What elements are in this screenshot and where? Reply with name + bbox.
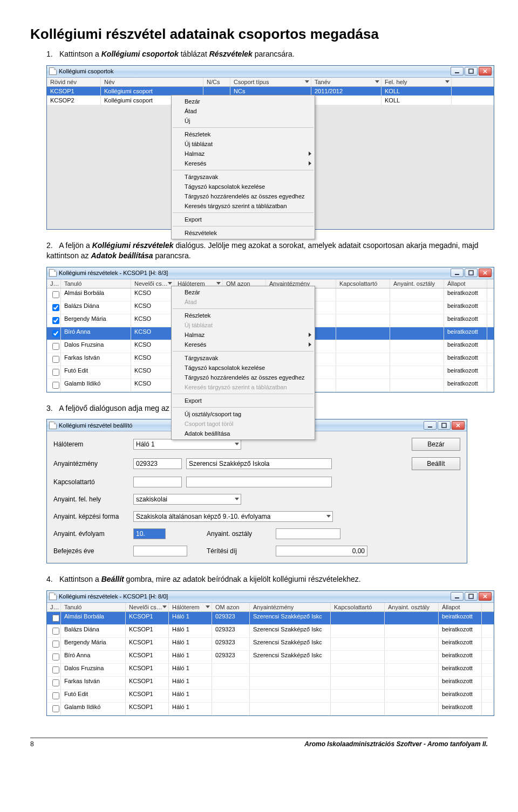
close-icon[interactable] [479,67,492,75]
input-anyaint-name[interactable]: Szerencsi Szakképző Iskola [186,458,332,469]
button-bezar[interactable]: Bezár [412,438,460,451]
menu-item[interactable]: Részletek [172,129,315,139]
maximize-icon[interactable] [438,421,451,430]
column-header[interactable]: OM azon [212,603,250,611]
titlebar[interactable]: Kollégiumi részvételek - KCSOP1 [H: 8/0] [47,591,494,603]
menu-item[interactable]: Tágyszó kapcsolatok kezelése [172,363,315,373]
close-icon[interactable] [479,592,492,601]
menu-item[interactable]: Export [172,215,315,224]
menu-item[interactable]: Adatok beállítása [172,429,315,438]
row-checkbox[interactable] [52,304,59,311]
combo-kepzesi[interactable]: Szakiskola általánosan képző 9.-10. évfo… [133,511,333,522]
titlebar[interactable]: Kollégiumi csoportok [47,66,494,78]
table-row[interactable]: Farkas IstvánKCSOP1Háló 1beiratkozott [47,677,494,690]
menu-item[interactable]: Tárgyszavak [172,172,315,182]
combo-felhely[interactable]: szakiskolai [133,494,241,505]
menu-item[interactable]: Tárgyszó hozzárendelés az összes egyedhe… [172,373,315,382]
column-header[interactable]: Jel [47,603,61,611]
row-checkbox[interactable] [52,679,59,686]
maximize-icon[interactable] [465,592,478,601]
row-checkbox[interactable] [52,317,59,324]
row-checkbox[interactable] [52,653,59,660]
column-header[interactable]: Nevelői csopo [131,279,174,288]
input-terites[interactable]: 0,00 [276,546,367,556]
combo-haloterem[interactable]: Háló 1 [133,439,241,450]
table-row[interactable]: Galamb IldikóKCSOP1Háló 1beiratkozott [47,703,494,715]
input-kapcs-2[interactable] [186,477,332,487]
chevron-right-icon [309,333,311,337]
menu-item[interactable]: Új [172,116,315,126]
table-row[interactable]: Dalos FruzsinaKCSOP1Háló 1beiratkozott [47,664,494,677]
table-row[interactable]: Almási BorbálaKCSOP1Háló 1029323Szerencs… [47,612,494,625]
input-befejezes[interactable] [133,546,187,556]
menu-item[interactable]: Bezár [172,287,315,297]
menu-item[interactable]: Új táblázat [172,139,315,149]
minimize-icon[interactable] [424,421,437,430]
input-evfolyam[interactable]: 10. [133,528,166,539]
input-osztaly[interactable] [276,528,340,539]
row-checkbox[interactable] [52,628,59,635]
menu-item[interactable]: Tágyszó kapcsolatok kezelése [172,182,315,191]
column-header[interactable]: Rövid név [47,78,101,86]
column-header[interactable]: Jel [47,279,61,288]
menu-item[interactable]: Keresés tárgyszó szerint a táblázatban [172,201,315,211]
column-header[interactable]: Nevelői csopo [126,603,169,611]
menu-item[interactable]: Keresés [172,340,315,349]
column-header[interactable]: Fel. hely [381,78,452,86]
column-header[interactable]: Tanuló [61,279,131,288]
table-row[interactable]: Futó EditKCSOP1Háló 1beiratkozott [47,690,494,703]
table-row[interactable]: Balázs DiánaKCSOP1Háló 1029323Szerencsi … [47,625,494,638]
context-menu[interactable]: BezárÁtadRészletekÚj táblázatHalmazKeres… [171,286,315,440]
column-header[interactable]: Hálóterem [169,603,212,611]
close-icon[interactable] [452,421,465,430]
menu-item[interactable]: Tárgyszavak [172,353,315,363]
menu-item[interactable]: Részvételek [172,228,315,238]
chevron-down-icon [168,282,172,285]
table-row[interactable]: Bíró AnnaKCSOP1Háló 1029323Szerencsi Sza… [47,651,494,664]
column-header[interactable]: Anyaintézmény [250,603,331,611]
input-anyaint-code[interactable]: 029323 [133,458,182,469]
row-checkbox[interactable] [52,641,59,648]
row-checkbox[interactable] [52,615,59,622]
menu-item[interactable]: Részletek [172,311,315,320]
menu-item[interactable]: Bezár [172,97,315,106]
row-checkbox[interactable] [52,356,59,363]
minimize-icon[interactable] [451,67,464,75]
close-icon[interactable] [479,269,492,277]
row-checkbox[interactable] [52,692,59,699]
titlebar[interactable]: Kollégiumi részvételek - KCSOP1 [H: 8/3] [47,267,494,279]
column-header[interactable]: Kapcsolattartó [336,279,390,288]
column-header[interactable]: Anyaint. osztály [385,603,439,611]
minimize-icon[interactable] [451,269,464,277]
row-checkbox[interactable] [52,382,59,389]
menu-item[interactable]: Átad [172,106,315,116]
maximize-icon[interactable] [465,67,478,75]
column-header[interactable]: Anyaint. osztály [390,279,444,288]
column-header[interactable]: Kapcsolattartó [331,603,385,611]
row-checkbox[interactable] [52,291,59,298]
minimize-icon[interactable] [451,592,464,601]
row-checkbox[interactable] [52,343,59,350]
row-checkbox[interactable] [52,369,59,376]
context-menu[interactable]: BezárÁtadÚjRészletekÚj táblázatHalmazKer… [171,95,315,239]
menu-item[interactable]: Új osztály/csoport tag [172,409,315,419]
menu-item[interactable]: Keresés [172,159,315,168]
row-checkbox[interactable] [52,666,59,673]
menu-item[interactable]: Halmaz [172,149,315,159]
menu-item[interactable]: Export [172,396,315,405]
menu-item[interactable]: Tárgyszó hozzárendelés az összes egyedhe… [172,191,315,201]
column-header[interactable]: Tanuló [61,603,126,611]
column-header[interactable]: Tanév [311,78,381,86]
column-header[interactable]: Állapot [444,279,487,288]
column-header[interactable]: Név [101,78,203,86]
row-checkbox[interactable] [52,330,59,337]
table-row[interactable]: Bergendy MáriaKCSOP1Háló 1029323Szerencs… [47,638,494,651]
button-beallit[interactable]: Beállít [412,457,460,470]
column-header[interactable]: Állapot [439,603,482,611]
row-checkbox[interactable] [52,705,59,712]
column-header[interactable]: N/Cs [203,78,230,86]
input-kapcs-1[interactable] [133,477,182,487]
column-header[interactable]: Csoport típus [230,78,311,86]
maximize-icon[interactable] [465,269,478,277]
menu-item[interactable]: Halmaz [172,330,315,340]
